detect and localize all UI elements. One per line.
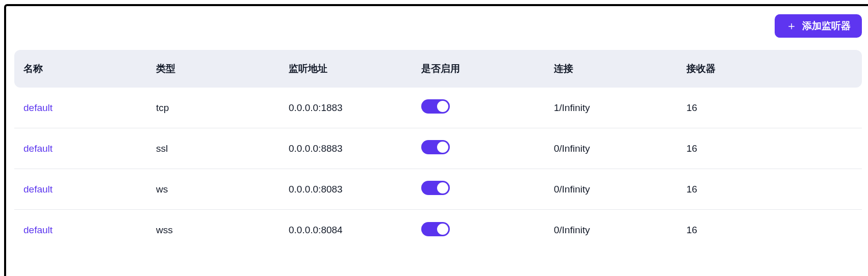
toggle-knob [437,224,448,235]
table-header-row: 名称 类型 监听地址 是否启用 连接 接收器 [14,50,862,88]
th-conn: 连接 [545,62,677,75]
listener-acceptors: 16 [677,225,862,236]
listener-name-link[interactable]: default [23,143,53,154]
enabled-toggle[interactable] [421,99,450,114]
listener-name-link[interactable]: default [23,184,53,195]
table-row: default wss 0.0.0.0:8084 0/Infinity 16 [14,210,862,251]
listener-type: wss [147,225,279,236]
plus-icon: ＋ [786,20,797,32]
listener-conn: 1/Infinity [545,102,677,114]
toggle-knob [437,182,448,194]
enabled-toggle[interactable] [421,222,450,236]
enabled-toggle[interactable] [421,181,450,195]
enabled-toggle[interactable] [421,140,450,154]
listener-type: ws [147,184,279,195]
table-row: default tcp 0.0.0.0:1883 1/Infinity 16 [14,88,862,128]
listener-name-link[interactable]: default [23,102,53,113]
listener-address: 0.0.0.0:8084 [279,225,412,236]
listener-acceptors: 16 [677,102,862,114]
listener-conn: 0/Infinity [545,143,677,154]
th-acceptors: 接收器 [677,62,862,75]
listener-conn: 0/Infinity [545,184,677,195]
th-enabled: 是否启用 [412,62,545,75]
add-listener-button[interactable]: ＋ 添加监听器 [775,14,862,38]
th-name: 名称 [14,62,147,75]
listener-conn: 0/Infinity [545,225,677,236]
table-row: default ws 0.0.0.0:8083 0/Infinity 16 [14,169,862,210]
listener-acceptors: 16 [677,143,862,154]
toggle-knob [437,101,448,112]
listener-acceptors: 16 [677,184,862,195]
table-row: default ssl 0.0.0.0:8883 0/Infinity 16 [14,128,862,169]
listener-name-link[interactable]: default [23,225,53,235]
listener-address: 0.0.0.0:1883 [279,102,412,114]
listener-table: 名称 类型 监听地址 是否启用 连接 接收器 default tcp 0.0.0… [14,50,862,251]
add-listener-label: 添加监听器 [802,19,851,33]
th-address: 监听地址 [279,62,412,75]
th-type: 类型 [147,62,279,75]
listener-type: ssl [147,143,279,154]
listener-address: 0.0.0.0:8883 [279,143,412,154]
listener-address: 0.0.0.0:8083 [279,184,412,195]
listener-panel: ＋ 添加监听器 名称 类型 监听地址 是否启用 连接 接收器 default t… [4,4,868,276]
toggle-knob [437,142,448,153]
top-bar: ＋ 添加监听器 [14,14,862,38]
listener-type: tcp [147,102,279,114]
